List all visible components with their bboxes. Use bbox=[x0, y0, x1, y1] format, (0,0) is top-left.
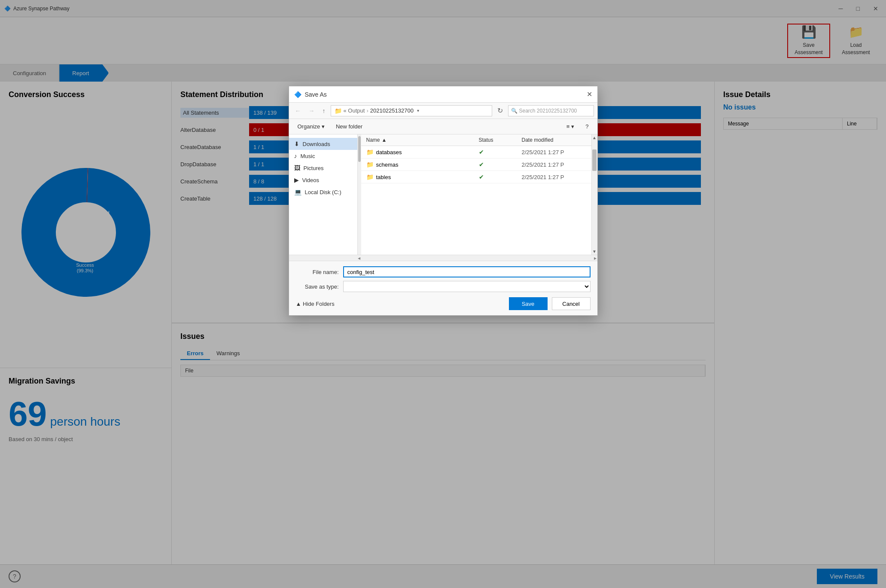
file-list: 📁 databases ✔ 2/25/2021 1:27 P 📁 schemas bbox=[361, 146, 591, 255]
sidebar-item-downloads[interactable]: ⬇ Downloads bbox=[289, 138, 357, 150]
dialog-close-button[interactable]: ✕ bbox=[587, 90, 592, 98]
check-icon-schemas: ✔ bbox=[479, 161, 484, 168]
address-path[interactable]: 📁 « Output › 20210225132700 ▾ bbox=[331, 105, 492, 116]
new-folder-button[interactable]: New folder bbox=[332, 122, 366, 131]
sidebar-item-local-disk[interactable]: 💻 Local Disk (C:) bbox=[289, 186, 357, 198]
sidebar-music-label: Music bbox=[301, 153, 315, 159]
dialog-footer: File name: Save as type: ▲ Hide Folders … bbox=[289, 261, 597, 315]
music-icon: ♪ bbox=[294, 152, 297, 159]
sidebar-item-pictures[interactable]: 🖼 Pictures bbox=[289, 162, 357, 174]
file-date-databases: 2/25/2021 1:27 P bbox=[522, 149, 586, 155]
addr-current-folder: 20210225132700 bbox=[370, 107, 414, 114]
sidebar-downloads-label: Downloads bbox=[303, 141, 330, 147]
addr-dropdown-button[interactable]: ▾ bbox=[415, 108, 421, 113]
dialog-titlebar: 🔷 Save As ✕ bbox=[289, 86, 597, 103]
dialog-file-list: Name ▲ Status Date modified 📁 databases … bbox=[361, 134, 591, 255]
videos-icon: ▶ bbox=[294, 177, 299, 183]
file-row-tables[interactable]: 📁 tables ✔ 2/25/2021 1:27 P bbox=[361, 171, 591, 183]
dialog-body: ⬇ Downloads ♪ Music 🖼 Pictures ▶ Videos bbox=[289, 134, 597, 255]
file-name-tables: 📁 tables bbox=[366, 174, 479, 180]
dialog-overlay: 🔷 Save As ✕ ← → ↑ 📁 « Output › 202102251… bbox=[0, 0, 886, 588]
view-dropdown-arrow: ▾ bbox=[571, 123, 574, 130]
folder-icon-schemas: 📁 bbox=[366, 161, 374, 168]
file-status-schemas: ✔ bbox=[479, 161, 522, 168]
filename-label: File name: bbox=[296, 269, 339, 275]
nav-up-button[interactable]: ↑ bbox=[320, 107, 328, 115]
file-date-tables: 2/25/2021 1:27 P bbox=[522, 174, 586, 180]
file-name-schemas: 📁 schemas bbox=[366, 161, 479, 168]
file-list-scrollbar[interactable]: ▲ ▼ bbox=[591, 134, 597, 255]
nav-refresh-button[interactable]: ↻ bbox=[495, 106, 505, 116]
sidebar-item-music[interactable]: ♪ Music bbox=[289, 150, 357, 162]
addr-output: « Output bbox=[344, 107, 365, 114]
local-disk-icon: 💻 bbox=[294, 189, 301, 195]
folder-icon-databases: 📁 bbox=[366, 149, 374, 155]
dialog-action-row: ▲ Hide Folders Save Cancel bbox=[296, 297, 591, 310]
check-icon-tables: ✔ bbox=[479, 174, 484, 180]
file-list-header: Name ▲ Status Date modified bbox=[361, 134, 591, 146]
file-name-databases: 📁 databases bbox=[366, 149, 479, 155]
sidebar-pictures-label: Pictures bbox=[304, 165, 324, 171]
filename-input[interactable] bbox=[343, 266, 591, 277]
sidebar-item-videos[interactable]: ▶ Videos bbox=[289, 174, 357, 186]
scrollbar-down-arrow[interactable]: ▼ bbox=[592, 248, 597, 255]
check-icon-databases: ✔ bbox=[479, 149, 484, 155]
col-status-header: Status bbox=[479, 137, 522, 143]
nav-forward-button[interactable]: → bbox=[306, 107, 317, 115]
organize-button[interactable]: Organize ▾ bbox=[294, 122, 328, 131]
dialog-save-button[interactable]: Save bbox=[509, 297, 548, 310]
file-date-schemas: 2/25/2021 1:27 P bbox=[522, 161, 586, 168]
file-status-tables: ✔ bbox=[479, 174, 522, 180]
savetype-row: Save as type: bbox=[296, 281, 591, 292]
address-bar: ← → ↑ 📁 « Output › 20210225132700 ▾ ↻ 🔍 … bbox=[289, 103, 597, 119]
sidebar-videos-label: Videos bbox=[302, 177, 320, 183]
sidebar-scrollbar[interactable] bbox=[358, 134, 361, 255]
dialog-toolbar: Organize ▾ New folder ≡ ▾ ? bbox=[289, 119, 597, 134]
col-date-header: Date modified bbox=[522, 137, 586, 143]
view-icon: ≡ bbox=[566, 123, 570, 130]
sidebar-local-disk-label: Local Disk (C:) bbox=[305, 189, 341, 195]
col-name-header[interactable]: Name ▲ bbox=[366, 137, 479, 143]
dialog-sidebar: ⬇ Downloads ♪ Music 🖼 Pictures ▶ Videos bbox=[289, 134, 358, 255]
hscroll-left[interactable]: ◀ bbox=[358, 256, 361, 260]
folder-icon-tables: 📁 bbox=[366, 174, 374, 180]
savetype-label: Save as type: bbox=[296, 283, 339, 290]
dialog-title-text: Save As bbox=[305, 91, 327, 98]
pictures-icon: 🖼 bbox=[294, 165, 300, 171]
view-button[interactable]: ≡ ▾ bbox=[563, 122, 578, 131]
search-box[interactable]: 🔍 Search 20210225132700 bbox=[508, 105, 594, 116]
file-status-databases: ✔ bbox=[479, 149, 522, 155]
nav-back-button[interactable]: ← bbox=[292, 107, 304, 115]
file-row-databases[interactable]: 📁 databases ✔ 2/25/2021 1:27 P bbox=[361, 146, 591, 158]
horizontal-scrollbar[interactable]: ◀ ▶ bbox=[289, 255, 597, 261]
search-icon: 🔍 bbox=[511, 108, 518, 114]
dialog-icon: 🔷 bbox=[294, 91, 301, 98]
scrollbar-up-arrow[interactable]: ▲ bbox=[592, 134, 597, 141]
file-row-schemas[interactable]: 📁 schemas ✔ 2/25/2021 1:27 P bbox=[361, 158, 591, 171]
hide-folders-button[interactable]: ▲ Hide Folders bbox=[296, 301, 335, 307]
search-placeholder: Search 20210225132700 bbox=[519, 108, 577, 114]
hscroll-right[interactable]: ▶ bbox=[594, 256, 597, 260]
scrollbar-thumb[interactable] bbox=[592, 149, 597, 171]
savetype-select[interactable] bbox=[343, 281, 591, 292]
downloads-icon: ⬇ bbox=[294, 140, 299, 147]
folder-icon: 📁 bbox=[335, 107, 342, 114]
dialog-cancel-button[interactable]: Cancel bbox=[552, 297, 591, 310]
help-button[interactable]: ? bbox=[582, 122, 592, 131]
filename-row: File name: bbox=[296, 266, 591, 277]
save-as-dialog: 🔷 Save As ✕ ← → ↑ 📁 « Output › 202102251… bbox=[289, 86, 598, 316]
sidebar-scrollbar-thumb bbox=[358, 136, 361, 162]
dialog-title: 🔷 Save As bbox=[294, 91, 327, 98]
